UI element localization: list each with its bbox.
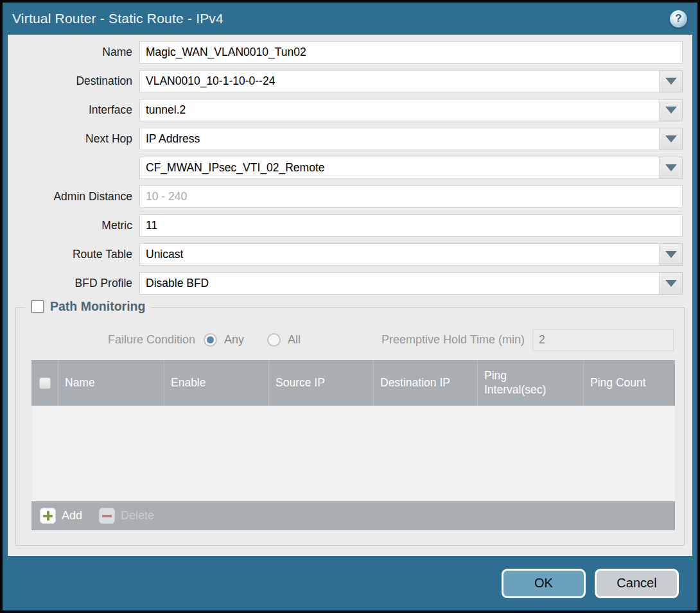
interface-field-wrap: [139, 99, 683, 121]
help-icon[interactable]: ?: [670, 10, 687, 28]
form-row-interface: Interface: [8, 99, 683, 121]
chevron-down-icon: [665, 135, 677, 142]
form-row-admin-distance: Admin Distance: [8, 186, 683, 208]
route-table-label: Route Table: [8, 248, 139, 261]
next-hop-label: Next Hop: [8, 132, 139, 146]
form-row-metric: Metric: [8, 214, 683, 237]
route-table-field-wrap: [139, 243, 683, 266]
route-table-input[interactable]: [139, 243, 660, 266]
interface-input[interactable]: [139, 99, 660, 121]
destination-input[interactable]: [139, 70, 660, 92]
bfd-profile-label: BFD Profile: [8, 277, 139, 290]
metric-field-wrap: [139, 214, 683, 237]
interface-label: Interface: [8, 103, 139, 117]
dialog-window: Virtual Router - Static Route - IPv4 ? N…: [0, 0, 700, 613]
path-monitoring-section: Path Monitoring Failure Condition Any Al…: [15, 307, 685, 546]
dialog-title: Virtual Router - Static Route - IPv4: [12, 11, 223, 26]
dialog-footer: OK Cancel: [3, 556, 697, 610]
failure-condition-any-label: Any: [224, 333, 244, 347]
chevron-down-icon: [665, 251, 677, 258]
next-hop-address-dropdown-button[interactable]: [660, 157, 683, 179]
ok-button[interactable]: OK: [502, 569, 586, 598]
path-monitoring-title: Path Monitoring: [50, 299, 145, 314]
chevron-down-icon: [665, 78, 677, 85]
next-hop-field-wrap: [139, 128, 683, 150]
destination-dropdown-button[interactable]: [660, 70, 683, 92]
add-button[interactable]: Add: [40, 508, 82, 524]
admin-distance-input[interactable]: [139, 186, 683, 208]
select-all-checkbox[interactable]: [39, 377, 51, 389]
minus-icon: [99, 508, 115, 524]
admin-distance-label: Admin Distance: [8, 190, 139, 203]
table-body-empty: [31, 406, 675, 501]
column-header-name: Name: [58, 360, 164, 406]
failure-condition-all-radio[interactable]: [267, 333, 281, 347]
path-monitoring-table: Name Enable Source IP Destination IP Pin…: [31, 360, 675, 530]
form-row-bfd-profile: BFD Profile: [8, 272, 683, 295]
metric-label: Metric: [8, 219, 139, 232]
cancel-button[interactable]: Cancel: [595, 569, 679, 598]
metric-input[interactable]: [139, 214, 683, 237]
titlebar: Virtual Router - Static Route - IPv4 ?: [3, 3, 697, 35]
form-row-name: Name: [8, 41, 683, 64]
delete-button-label: Delete: [121, 509, 154, 522]
admin-distance-field-wrap: [139, 186, 683, 208]
plus-icon: [40, 508, 56, 524]
bfd-profile-input[interactable]: [139, 272, 660, 295]
destination-field-wrap: [139, 70, 683, 92]
chevron-down-icon: [665, 107, 677, 114]
name-input[interactable]: [139, 41, 683, 64]
form-row-next-hop-address: [8, 157, 683, 179]
preemptive-hold-time-label: Preemptive Hold Time (min): [381, 333, 532, 347]
form-row-destination: Destination: [8, 70, 683, 92]
column-header-enable: Enable: [164, 360, 269, 406]
failure-condition-any-radio[interactable]: [204, 333, 217, 347]
table-header-select-all: [31, 360, 58, 406]
add-button-label: Add: [62, 509, 82, 522]
column-header-ping-interval: Ping Interval(sec): [478, 360, 584, 406]
name-label: Name: [8, 46, 139, 59]
path-monitoring-checkbox[interactable]: [31, 300, 44, 313]
next-hop-dropdown-button[interactable]: [660, 128, 683, 150]
column-header-source-ip: Source IP: [269, 360, 374, 406]
interface-dropdown-button[interactable]: [660, 99, 683, 121]
name-field-wrap: [139, 41, 683, 64]
delete-button[interactable]: Delete: [99, 508, 154, 524]
failure-condition-all-label: All: [288, 333, 301, 347]
chevron-down-icon: [665, 280, 677, 287]
form-row-route-table: Route Table: [8, 243, 683, 266]
dialog-frame: Virtual Router - Static Route - IPv4 ? N…: [3, 3, 697, 610]
failure-condition-row: Failure Condition Any All Preemptive Hol…: [16, 329, 674, 351]
next-hop-address-input[interactable]: [139, 157, 660, 179]
dialog-body: Name Destination Interface: [8, 35, 692, 556]
column-header-ping-count: Ping Count: [584, 360, 675, 406]
route-table-dropdown-button[interactable]: [660, 243, 683, 266]
column-header-destination-ip: Destination IP: [374, 360, 478, 406]
failure-condition-label: Failure Condition: [16, 333, 204, 347]
next-hop-type-input[interactable]: [139, 128, 660, 150]
table-toolbar: Add Delete: [31, 501, 675, 530]
bfd-profile-field-wrap: [139, 272, 683, 295]
table-header-row: Name Enable Source IP Destination IP Pin…: [31, 360, 675, 406]
chevron-down-icon: [665, 164, 677, 171]
preemptive-hold-time-input[interactable]: [532, 329, 674, 351]
next-hop-address-field-wrap: [139, 157, 683, 179]
bfd-profile-dropdown-button[interactable]: [660, 272, 683, 295]
form-row-next-hop: Next Hop: [8, 128, 683, 150]
destination-label: Destination: [8, 74, 139, 88]
path-monitoring-legend: Path Monitoring: [25, 299, 151, 314]
